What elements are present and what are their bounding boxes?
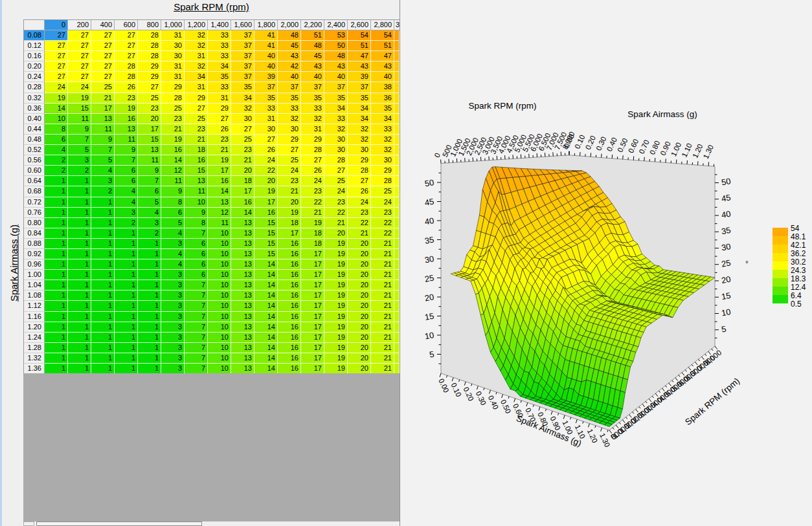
horizontal-scrollbar[interactable] <box>23 521 400 526</box>
table-cell-partial[interactable] <box>394 208 400 218</box>
table-cell[interactable]: 12 <box>161 166 185 176</box>
table-cell[interactable]: 17 <box>301 353 324 364</box>
table-cell[interactable]: 16 <box>278 322 301 333</box>
table-cell[interactable]: 16 <box>231 197 254 208</box>
table-cell[interactable]: 3 <box>115 208 138 218</box>
table-cell[interactable]: 20 <box>348 301 371 311</box>
table-cell[interactable]: 27 <box>278 145 301 155</box>
table-col-header[interactable]: 800 <box>138 20 161 30</box>
table-cell[interactable]: 19 <box>324 280 348 290</box>
table-cell[interactable]: 11 <box>138 155 161 166</box>
table-cell[interactable]: 1 <box>68 270 91 280</box>
table-row-header[interactable]: 0.48 <box>24 135 45 145</box>
table-cell[interactable]: 9 <box>68 124 91 135</box>
table-cell[interactable]: 18 <box>278 218 301 228</box>
table-cell[interactable]: 27 <box>45 61 68 72</box>
table-cell[interactable]: 43 <box>278 51 301 61</box>
table-cell[interactable]: 23 <box>324 197 348 208</box>
table-cell[interactable]: 1 <box>115 259 138 270</box>
table-cell[interactable]: 14 <box>161 155 185 166</box>
table-cell[interactable]: 7 <box>185 364 208 374</box>
table-col-header[interactable]: 2,800 <box>371 20 394 30</box>
table-cell[interactable]: 1 <box>138 259 161 270</box>
table-cell[interactable]: 16 <box>161 145 185 155</box>
table-cell[interactable]: 7 <box>185 333 208 343</box>
table-cell[interactable]: 21 <box>208 145 231 155</box>
table-cell[interactable]: 27 <box>115 30 138 41</box>
table-cell[interactable]: 21 <box>371 364 394 374</box>
table-cell[interactable]: 27 <box>45 30 68 41</box>
table-cell[interactable]: 11 <box>185 186 208 197</box>
table-cell[interactable]: 3 <box>161 290 185 301</box>
table-row-header[interactable]: 1.08 <box>24 290 45 301</box>
table-cell[interactable]: 1 <box>45 197 68 208</box>
table-cell[interactable]: 32 <box>348 135 371 145</box>
table-cell[interactable]: 24 <box>324 186 348 197</box>
table-col-header[interactable]: 1,000 <box>161 20 185 30</box>
table-cell[interactable]: 28 <box>138 30 161 41</box>
table-cell[interactable]: 15 <box>254 228 278 239</box>
table-col-header[interactable]: 2,600 <box>348 20 371 30</box>
table-cell-partial[interactable] <box>394 239 400 249</box>
table-cell[interactable]: 29 <box>138 61 161 72</box>
table-cell[interactable]: 1 <box>115 280 138 290</box>
table-cell[interactable]: 37 <box>348 82 371 93</box>
table-cell[interactable]: 1 <box>91 343 115 353</box>
table-cell[interactable]: 1 <box>68 333 91 343</box>
table-cell[interactable]: 1 <box>91 353 115 364</box>
table-cell[interactable]: 17 <box>301 301 324 311</box>
table-cell[interactable]: 1 <box>115 249 138 259</box>
table-cell[interactable]: 16 <box>278 301 301 311</box>
table-cell[interactable]: 2 <box>68 166 91 176</box>
table-cell[interactable]: 21 <box>371 312 394 322</box>
table-cell-partial[interactable] <box>394 249 400 259</box>
table-cell[interactable]: 9 <box>115 145 138 155</box>
table-cell[interactable]: 28 <box>115 61 138 72</box>
table-cell[interactable]: 21 <box>371 239 394 249</box>
table-cell[interactable]: 24 <box>301 176 324 186</box>
table-cell[interactable]: 43 <box>348 61 371 72</box>
table-cell[interactable]: 11 <box>115 135 138 145</box>
table-cell[interactable]: 17 <box>208 166 231 176</box>
table-cell[interactable]: 1 <box>138 364 161 374</box>
table-cell[interactable]: 21 <box>301 208 324 218</box>
table-cell[interactable]: 21 <box>91 93 115 104</box>
table-cell[interactable]: 16 <box>254 208 278 218</box>
table-cell[interactable]: 2 <box>138 228 161 239</box>
table-cell[interactable]: 2 <box>45 166 68 176</box>
table-cell[interactable]: 7 <box>91 145 115 155</box>
table-cell[interactable]: 10 <box>208 290 231 301</box>
table-row-header[interactable]: 0.64 <box>24 176 45 186</box>
table-cell[interactable]: 4 <box>91 166 115 176</box>
table-cell[interactable]: 37 <box>324 82 348 93</box>
table-cell[interactable]: 25 <box>91 82 115 93</box>
table-cell[interactable]: 14 <box>254 280 278 290</box>
table-cell[interactable]: 16 <box>115 114 138 124</box>
table-cell[interactable]: 15 <box>254 218 278 228</box>
table-cell[interactable]: 27 <box>301 155 324 166</box>
table-cell[interactable]: 11 <box>68 114 91 124</box>
table-cell[interactable]: 16 <box>278 364 301 374</box>
table-cell[interactable]: 21 <box>324 218 348 228</box>
table-cell[interactable]: 19 <box>115 104 138 114</box>
table-cell[interactable]: 29 <box>371 166 394 176</box>
table-cell[interactable]: 16 <box>278 249 301 259</box>
table-cell[interactable]: 10 <box>208 270 231 280</box>
table-cell[interactable]: 4 <box>161 228 185 239</box>
table-cell[interactable]: 13 <box>231 333 254 343</box>
table-cell[interactable]: 27 <box>45 72 68 82</box>
table-cell[interactable]: 42 <box>278 61 301 72</box>
table-cell[interactable]: 18 <box>231 176 254 186</box>
table-cell[interactable]: 3 <box>161 364 185 374</box>
table-cell[interactable]: 28 <box>348 166 371 176</box>
table-cell[interactable]: 1 <box>45 270 68 280</box>
table-cell[interactable]: 13 <box>231 228 254 239</box>
table-cell[interactable]: 32 <box>185 41 208 51</box>
table-cell[interactable]: 4 <box>138 208 161 218</box>
table-cell[interactable]: 31 <box>161 61 185 72</box>
table-cell[interactable]: 45 <box>278 41 301 51</box>
table-cell[interactable]: 39 <box>348 72 371 82</box>
table-cell[interactable]: 27 <box>254 135 278 145</box>
table-cell[interactable]: 1 <box>45 333 68 343</box>
table-cell[interactable]: 5 <box>68 145 91 155</box>
